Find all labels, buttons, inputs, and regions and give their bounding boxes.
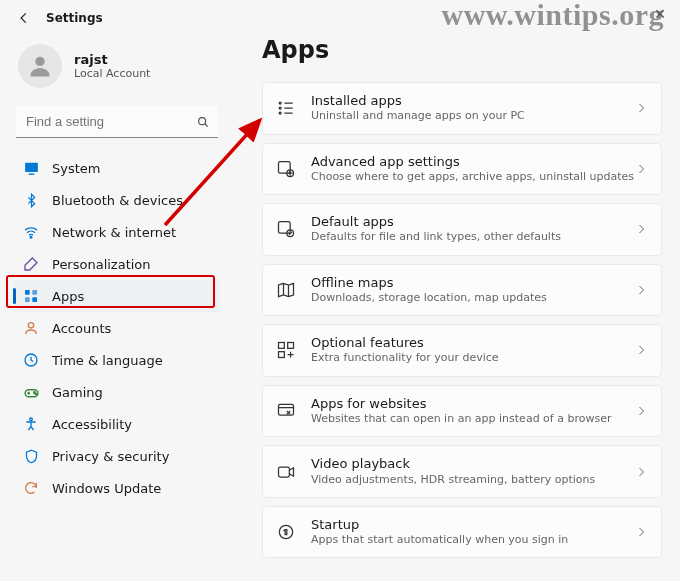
svg-point-9 [28,323,33,328]
card-sub: Websites that can open in an app instead… [311,412,635,426]
update-icon [22,479,40,497]
nav-label: Accounts [52,321,111,336]
card-sub: Apps that start automatically when you s… [311,533,635,547]
personalization-icon [22,255,40,273]
svg-point-17 [279,112,281,114]
svg-rect-20 [279,222,291,234]
card-sub: Uninstall and manage apps on your PC [311,109,635,123]
nav-label: Accessibility [52,417,132,432]
card-advanced-app-settings[interactable]: Advanced app settingsChoose where to get… [262,143,662,196]
card-apps-for-websites[interactable]: Apps for websitesWebsites that can open … [262,385,662,438]
card-title: Installed apps [311,93,635,109]
chevron-right-icon [635,223,647,235]
apps-websites-icon [275,400,297,422]
user-name: rajst [74,52,150,67]
default-apps-icon [275,218,297,240]
maps-icon [275,279,297,301]
installed-apps-icon [275,97,297,119]
chevron-right-icon [635,405,647,417]
svg-rect-3 [28,173,34,174]
nav-personalization[interactable]: Personalization [14,248,220,280]
search-input[interactable] [16,106,218,138]
advanced-settings-icon [275,158,297,180]
nav-privacy[interactable]: Privacy & security [14,440,220,472]
svg-point-0 [35,57,44,66]
avatar [18,44,62,88]
svg-rect-7 [25,297,30,302]
svg-point-27 [279,525,292,538]
search-box[interactable] [16,106,218,138]
nav-label: Gaming [52,385,103,400]
card-optional-features[interactable]: Optional featuresExtra functionality for… [262,324,662,377]
svg-rect-18 [279,161,291,173]
svg-point-14 [30,418,33,421]
card-title: Optional features [311,335,635,351]
card-sub: Defaults for file and link types, other … [311,230,635,244]
back-button[interactable] [16,10,32,26]
settings-title: Settings [46,11,103,25]
sidebar: rajst Local Account System Bluetooth & d… [0,32,232,579]
optional-features-icon [275,339,297,361]
svg-point-15 [279,102,281,104]
svg-rect-5 [25,290,30,295]
network-icon [22,223,40,241]
card-offline-maps[interactable]: Offline mapsDownloads, storage location,… [262,264,662,317]
card-title: Startup [311,517,635,533]
card-title: Offline maps [311,275,635,291]
svg-rect-26 [279,467,290,477]
nav-time-language[interactable]: Time & language [14,344,220,376]
accounts-icon [22,319,40,337]
apps-icon [22,287,40,305]
svg-rect-2 [25,162,38,171]
card-video-playback[interactable]: Video playbackVideo adjustments, HDR str… [262,445,662,498]
time-icon [22,351,40,369]
chevron-right-icon [635,163,647,175]
svg-rect-23 [288,343,294,349]
gaming-icon [22,383,40,401]
nav-apps[interactable]: Apps [14,280,220,312]
nav-system[interactable]: System [14,152,220,184]
cards-list: Installed appsUninstall and manage apps … [262,82,662,558]
accessibility-icon [22,415,40,433]
chevron-right-icon [635,526,647,538]
svg-rect-24 [279,352,285,358]
chevron-right-icon [635,344,647,356]
card-title: Apps for websites [311,396,635,412]
bluetooth-icon [22,191,40,209]
system-icon [22,159,40,177]
nav-label: Windows Update [52,481,161,496]
svg-point-4 [30,236,32,238]
nav-accounts[interactable]: Accounts [14,312,220,344]
svg-point-13 [35,393,36,394]
page-title: Apps [262,36,662,64]
nav-label: Network & internet [52,225,176,240]
nav-bluetooth[interactable]: Bluetooth & devices [14,184,220,216]
card-startup[interactable]: StartupApps that start automatically whe… [262,506,662,559]
nav-label: Time & language [52,353,163,368]
svg-point-16 [279,107,281,109]
user-sub: Local Account [74,67,150,80]
nav-label: System [52,161,100,176]
nav-label: Personalization [52,257,151,272]
account-block[interactable]: rajst Local Account [14,32,220,102]
card-default-apps[interactable]: Default appsDefaults for file and link t… [262,203,662,256]
chevron-right-icon [635,466,647,478]
card-title: Video playback [311,456,635,472]
close-button[interactable]: ✕ [654,6,666,22]
nav-label: Bluetooth & devices [52,193,183,208]
svg-rect-22 [279,343,285,349]
card-sub: Downloads, storage location, map updates [311,291,635,305]
startup-icon [275,521,297,543]
chevron-right-icon [635,102,647,114]
nav-gaming[interactable]: Gaming [14,376,220,408]
card-installed-apps[interactable]: Installed appsUninstall and manage apps … [262,82,662,135]
nav-list: System Bluetooth & devices Network & int… [14,152,220,504]
nav-accessibility[interactable]: Accessibility [14,408,220,440]
titlebar: Settings [0,0,680,32]
svg-rect-6 [32,290,37,295]
nav-network[interactable]: Network & internet [14,216,220,248]
nav-windows-update[interactable]: Windows Update [14,472,220,504]
chevron-right-icon [635,284,647,296]
card-title: Advanced app settings [311,154,635,170]
nav-label: Privacy & security [52,449,169,464]
